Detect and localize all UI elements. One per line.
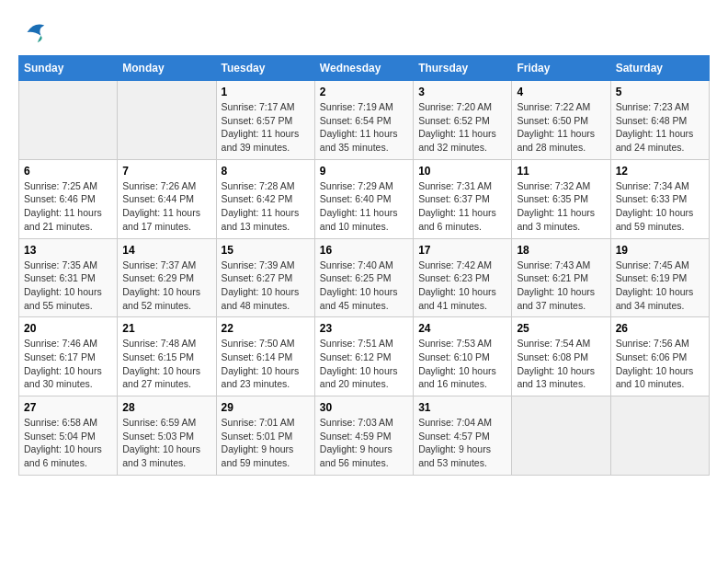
day-info: Sunrise: 7:20 AM Sunset: 6:52 PM Dayligh…	[418, 100, 506, 155]
day-number: 11	[517, 165, 605, 178]
day-info: Sunrise: 7:03 AM Sunset: 4:59 PM Dayligh…	[320, 416, 408, 470]
day-info: Sunrise: 7:46 AM Sunset: 6:17 PM Dayligh…	[24, 337, 112, 391]
calendar-cell: 13Sunrise: 7:35 AM Sunset: 6:31 PM Dayli…	[19, 238, 118, 317]
day-info: Sunrise: 7:34 AM Sunset: 6:33 PM Dayligh…	[616, 179, 704, 234]
day-info: Sunrise: 6:59 AM Sunset: 5:03 PM Dayligh…	[122, 416, 210, 470]
calendar-table: SundayMondayTuesdayWednesdayThursdayFrid…	[18, 55, 710, 476]
day-number: 30	[320, 401, 408, 414]
day-header-sunday: Sunday	[19, 56, 118, 81]
calendar-cell: 3Sunrise: 7:20 AM Sunset: 6:52 PM Daylig…	[414, 81, 512, 160]
day-info: Sunrise: 7:37 AM Sunset: 6:29 PM Dayligh…	[122, 259, 210, 313]
day-number: 20	[24, 322, 112, 335]
day-info: Sunrise: 7:51 AM Sunset: 6:12 PM Dayligh…	[320, 337, 408, 391]
calendar-cell: 12Sunrise: 7:34 AM Sunset: 6:33 PM Dayli…	[610, 159, 709, 238]
logo-bird-icon	[20, 18, 48, 46]
calendar-cell: 4Sunrise: 7:22 AM Sunset: 6:50 PM Daylig…	[512, 81, 610, 160]
calendar-cell: 5Sunrise: 7:23 AM Sunset: 6:48 PM Daylig…	[610, 81, 709, 160]
calendar-week-row: 6Sunrise: 7:25 AM Sunset: 6:46 PM Daylig…	[19, 159, 710, 238]
calendar-cell: 11Sunrise: 7:32 AM Sunset: 6:35 PM Dayli…	[512, 159, 610, 238]
calendar-cell: 7Sunrise: 7:26 AM Sunset: 6:44 PM Daylig…	[118, 159, 216, 238]
calendar-cell: 21Sunrise: 7:48 AM Sunset: 6:15 PM Dayli…	[118, 317, 216, 396]
day-info: Sunrise: 7:45 AM Sunset: 6:19 PM Dayligh…	[616, 259, 704, 313]
calendar-week-row: 27Sunrise: 6:58 AM Sunset: 5:04 PM Dayli…	[19, 396, 710, 476]
day-info: Sunrise: 7:04 AM Sunset: 4:57 PM Dayligh…	[418, 416, 506, 470]
day-info: Sunrise: 7:01 AM Sunset: 5:01 PM Dayligh…	[222, 416, 310, 470]
calendar-week-row: 1Sunrise: 7:17 AM Sunset: 6:57 PM Daylig…	[19, 81, 710, 160]
day-number: 27	[24, 401, 112, 414]
calendar-cell	[118, 81, 216, 160]
day-number: 3	[418, 86, 506, 98]
calendar-cell: 31Sunrise: 7:04 AM Sunset: 4:57 PM Dayli…	[414, 396, 512, 476]
day-number: 7	[122, 165, 210, 178]
day-number: 4	[517, 86, 605, 98]
calendar-cell: 25Sunrise: 7:54 AM Sunset: 6:08 PM Dayli…	[512, 317, 610, 396]
calendar-cell: 6Sunrise: 7:25 AM Sunset: 6:46 PM Daylig…	[19, 159, 118, 238]
day-info: Sunrise: 7:19 AM Sunset: 6:54 PM Dayligh…	[320, 100, 408, 155]
day-number: 29	[222, 401, 310, 414]
day-info: Sunrise: 7:26 AM Sunset: 6:44 PM Dayligh…	[122, 179, 210, 234]
day-number: 10	[418, 165, 506, 178]
day-info: Sunrise: 7:25 AM Sunset: 6:46 PM Dayligh…	[24, 179, 112, 234]
calendar-cell	[610, 396, 709, 476]
day-number: 8	[222, 165, 310, 178]
day-info: Sunrise: 7:48 AM Sunset: 6:15 PM Dayligh…	[122, 337, 210, 391]
day-number: 24	[418, 322, 506, 335]
day-number: 21	[122, 322, 210, 335]
calendar-week-row: 13Sunrise: 7:35 AM Sunset: 6:31 PM Dayli…	[19, 238, 710, 317]
day-info: Sunrise: 7:28 AM Sunset: 6:42 PM Dayligh…	[222, 179, 310, 234]
day-number: 28	[122, 401, 210, 414]
calendar-cell: 29Sunrise: 7:01 AM Sunset: 5:01 PM Dayli…	[216, 396, 314, 476]
day-number: 1	[222, 86, 310, 98]
day-number: 22	[222, 322, 310, 335]
calendar-cell: 16Sunrise: 7:40 AM Sunset: 6:25 PM Dayli…	[314, 238, 413, 317]
day-number: 14	[122, 244, 210, 257]
day-number: 17	[418, 244, 506, 257]
day-number: 31	[418, 401, 506, 414]
calendar-cell: 2Sunrise: 7:19 AM Sunset: 6:54 PM Daylig…	[314, 81, 413, 160]
calendar-cell: 1Sunrise: 7:17 AM Sunset: 6:57 PM Daylig…	[216, 81, 314, 160]
logo	[18, 18, 48, 46]
calendar-cell: 8Sunrise: 7:28 AM Sunset: 6:42 PM Daylig…	[216, 159, 314, 238]
day-number: 18	[517, 244, 605, 257]
calendar-cell: 22Sunrise: 7:50 AM Sunset: 6:14 PM Dayli…	[216, 317, 314, 396]
day-number: 6	[24, 165, 112, 178]
day-header-saturday: Saturday	[610, 56, 709, 81]
page-header	[18, 18, 710, 46]
day-info: Sunrise: 7:56 AM Sunset: 6:06 PM Dayligh…	[616, 337, 704, 391]
day-number: 15	[222, 244, 310, 257]
calendar-week-row: 20Sunrise: 7:46 AM Sunset: 6:17 PM Dayli…	[19, 317, 710, 396]
calendar-cell: 28Sunrise: 6:59 AM Sunset: 5:03 PM Dayli…	[118, 396, 216, 476]
day-header-thursday: Thursday	[414, 56, 512, 81]
day-info: Sunrise: 7:17 AM Sunset: 6:57 PM Dayligh…	[222, 100, 310, 155]
day-header-friday: Friday	[512, 56, 610, 81]
day-info: Sunrise: 7:35 AM Sunset: 6:31 PM Dayligh…	[24, 259, 112, 313]
calendar-header-row: SundayMondayTuesdayWednesdayThursdayFrid…	[19, 56, 710, 81]
day-header-monday: Monday	[118, 56, 216, 81]
day-number: 16	[320, 244, 408, 257]
day-info: Sunrise: 6:58 AM Sunset: 5:04 PM Dayligh…	[24, 416, 112, 470]
calendar-cell: 19Sunrise: 7:45 AM Sunset: 6:19 PM Dayli…	[610, 238, 709, 317]
day-info: Sunrise: 7:23 AM Sunset: 6:48 PM Dayligh…	[616, 100, 704, 155]
day-number: 5	[616, 86, 704, 98]
calendar-cell: 26Sunrise: 7:56 AM Sunset: 6:06 PM Dayli…	[610, 317, 709, 396]
calendar-cell: 15Sunrise: 7:39 AM Sunset: 6:27 PM Dayli…	[216, 238, 314, 317]
day-number: 13	[24, 244, 112, 257]
calendar-cell: 18Sunrise: 7:43 AM Sunset: 6:21 PM Dayli…	[512, 238, 610, 317]
day-info: Sunrise: 7:22 AM Sunset: 6:50 PM Dayligh…	[517, 100, 605, 155]
day-number: 23	[320, 322, 408, 335]
day-number: 12	[616, 165, 704, 178]
day-info: Sunrise: 7:31 AM Sunset: 6:37 PM Dayligh…	[418, 179, 506, 234]
calendar-cell: 10Sunrise: 7:31 AM Sunset: 6:37 PM Dayli…	[414, 159, 512, 238]
day-number: 2	[320, 86, 408, 98]
calendar-cell: 17Sunrise: 7:42 AM Sunset: 6:23 PM Dayli…	[414, 238, 512, 317]
day-info: Sunrise: 7:50 AM Sunset: 6:14 PM Dayligh…	[222, 337, 310, 391]
calendar-cell: 23Sunrise: 7:51 AM Sunset: 6:12 PM Dayli…	[314, 317, 413, 396]
day-number: 19	[616, 244, 704, 257]
day-info: Sunrise: 7:29 AM Sunset: 6:40 PM Dayligh…	[320, 179, 408, 234]
day-number: 9	[320, 165, 408, 178]
day-info: Sunrise: 7:53 AM Sunset: 6:10 PM Dayligh…	[418, 337, 506, 391]
day-info: Sunrise: 7:43 AM Sunset: 6:21 PM Dayligh…	[517, 259, 605, 313]
day-header-wednesday: Wednesday	[314, 56, 413, 81]
day-header-tuesday: Tuesday	[216, 56, 314, 81]
calendar-cell: 27Sunrise: 6:58 AM Sunset: 5:04 PM Dayli…	[19, 396, 118, 476]
